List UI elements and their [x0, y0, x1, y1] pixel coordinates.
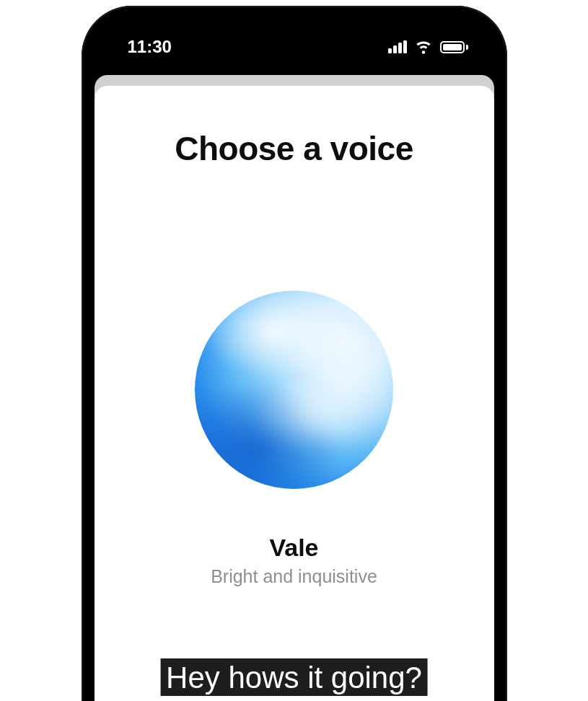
- status-time: 11:30: [128, 37, 172, 57]
- status-icons: [388, 40, 468, 54]
- voice-avatar[interactable]: [195, 291, 393, 489]
- page-title: Choose a voice: [175, 129, 413, 168]
- phone-screen: 11:30 Ch: [95, 19, 494, 701]
- video-caption: Hey hows it going?: [160, 658, 428, 696]
- voice-description: Bright and inquisitive: [211, 566, 377, 587]
- wifi-icon: [414, 40, 433, 54]
- cellular-signal-icon: [388, 40, 407, 53]
- voice-name: Vale: [269, 534, 318, 562]
- status-bar: 11:30: [95, 19, 494, 75]
- voice-selection-sheet: Choose a voice Vale Bright and inquisiti…: [95, 86, 494, 701]
- battery-icon: [440, 41, 468, 53]
- phone-frame: 11:30 Ch: [82, 6, 507, 701]
